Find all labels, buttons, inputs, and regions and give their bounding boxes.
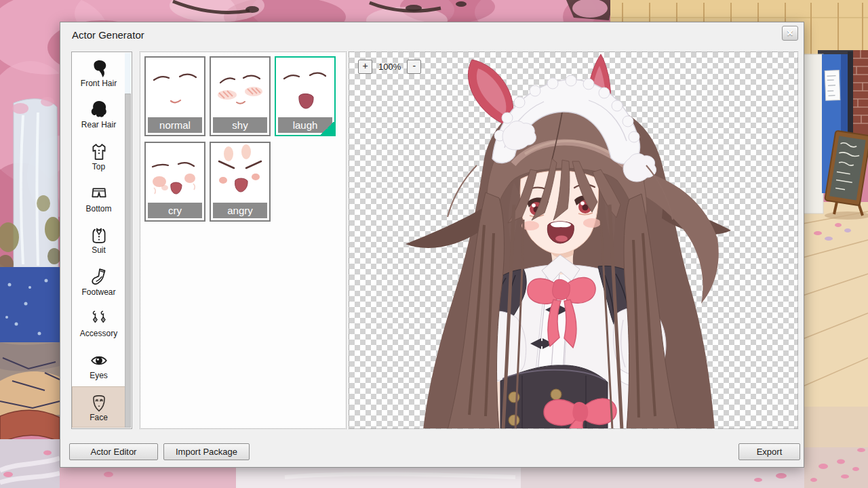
sidebar-item-eyes[interactable]: Eyes [72,344,125,386]
expression-label: normal [148,117,202,133]
expression-thumb-shy [211,58,269,117]
expression-label: angry [213,203,267,218]
sidebar-item-label: Face [90,413,108,422]
sidebar-item-top[interactable]: Top [72,136,125,178]
expression-thumb-laugh [276,58,334,117]
sidebar-item-front-hair[interactable]: Front Hair [72,52,125,94]
sidebar-item-label: Top [92,163,105,171]
sidebar-item-label: Eyes [90,371,108,380]
sidebar-item-label: Accessory [80,329,117,338]
top-icon [90,142,108,161]
window-title: Actor Generator [72,29,144,41]
zoom-out-button[interactable]: - [407,60,421,74]
face-icon [90,393,108,412]
sidebar-scrollbar-thumb[interactable] [125,94,131,428]
expression-card-laugh[interactable]: laugh [275,56,336,136]
sidebar-item-label: Suit [92,246,106,254]
expression-label: shy [213,117,267,133]
close-button[interactable]: × [782,26,798,41]
eyes-icon [90,351,108,370]
zoom-controls: + 100% - [358,60,421,74]
character-preview-pane: + 100% - [349,52,798,429]
category-sidebar: Front Hair Rear Hair Top [71,52,132,429]
sidebar-item-face[interactable]: Face [72,386,125,428]
sidebar-item-accessory[interactable]: Accessory [72,303,125,345]
expression-card-angry[interactable]: angry [210,142,271,222]
selected-corner-marker [321,121,334,135]
expression-thumb-angry [211,143,269,203]
zoom-in-button[interactable]: + [358,60,372,74]
front-hair-icon [90,59,108,78]
import-package-button[interactable]: Import Package [163,443,250,460]
titlebar[interactable]: Actor Generator [60,22,804,47]
close-icon: × [787,27,793,39]
actor-editor-button[interactable]: Actor Editor [69,443,158,460]
sidebar-item-bottom[interactable]: Bottom [72,178,125,220]
expression-card-cry[interactable]: cry [144,142,205,222]
zoom-level: 100% [378,62,401,72]
actor-generator-window: Actor Generator × Front Hair Rear Hair [60,22,804,468]
expression-thumb-cry [146,143,204,203]
expression-thumb-normal [146,58,204,117]
expression-card-normal[interactable]: normal [144,56,205,136]
sidebar-item-label: Bottom [85,205,111,213]
expression-card-shy[interactable]: shy [210,56,271,136]
accessory-icon [90,309,108,328]
rear-hair-icon [90,100,108,119]
suit-icon [90,226,108,245]
footwear-icon [90,268,108,287]
sidebar-item-label: Footwear [81,288,115,296]
sidebar-item-suit[interactable]: Suit [72,219,125,261]
expression-list: normal shy [140,52,347,429]
sidebar-item-footwear[interactable]: Footwear [72,261,125,303]
sidebar-item-label: Front Hair [81,79,117,87]
sidebar-item-label: Rear Hair [81,121,116,129]
character-image [349,52,797,428]
export-button[interactable]: Export [738,443,800,460]
bottom-icon [90,184,108,203]
sidebar-scrollbar[interactable] [125,53,131,428]
sidebar-item-rear-hair[interactable]: Rear Hair [72,94,125,136]
expression-label: cry [148,203,202,218]
